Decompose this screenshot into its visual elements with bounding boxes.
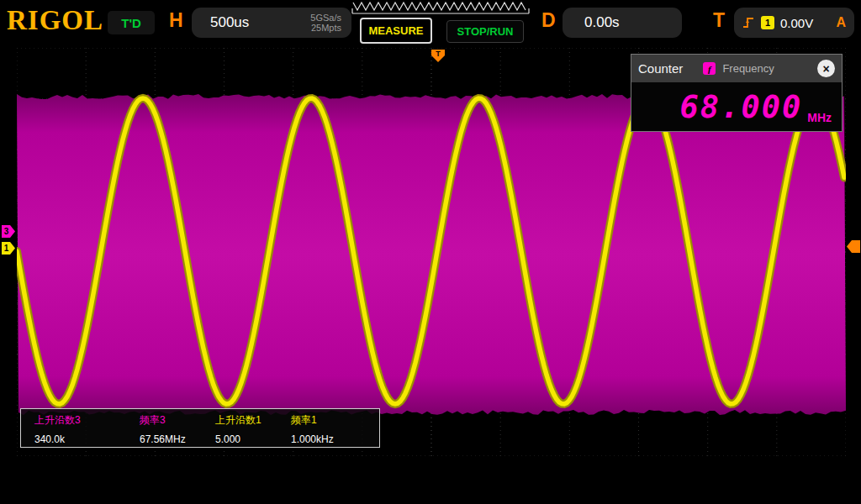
measure-button[interactable]: MEASURE	[360, 18, 432, 44]
counter-readout: 68.000 MHz	[631, 82, 842, 131]
timebase-value: 500us	[210, 14, 249, 31]
delay-box[interactable]: 0.00s	[563, 8, 682, 38]
measurement-label: 频率1	[291, 413, 379, 429]
channel-3-trace	[17, 94, 846, 415]
measurement-label: 上升沿数3	[34, 413, 140, 429]
trigger-box[interactable]: 1 0.00V A	[734, 8, 854, 38]
counter-panel: Counter f Frequency × 68.000 MHz	[631, 54, 843, 132]
horizontal-label: H	[169, 9, 183, 32]
frequency-icon: f	[703, 62, 716, 75]
delay-value: 0.00s	[584, 14, 620, 31]
timebase-box[interactable]: 500us 5GSa/s 25Mpts	[192, 8, 351, 38]
stop-run-button[interactable]: STOP/RUN	[446, 20, 524, 43]
delay-label: D	[541, 9, 556, 32]
memory-waveform-strip	[351, 1, 530, 14]
measurement-value: 67.56MHz	[140, 433, 215, 447]
counter-unit: MHz	[807, 111, 832, 124]
measurement-value: 340.0k	[34, 433, 140, 447]
trigger-position-letter: T	[436, 50, 441, 58]
trigger-slope-icon	[742, 16, 755, 29]
measurement-label: 频率3	[140, 413, 215, 429]
channel-3-marker-label: 3	[4, 227, 9, 236]
trigger-level-marker[interactable]	[846, 240, 861, 253]
rigol-logo: RIGOL	[7, 5, 103, 36]
counter-mode-label: Frequency	[722, 62, 774, 75]
trigger-position-marker[interactable]: T	[430, 49, 446, 63]
measurement-value: 5.000	[215, 433, 291, 447]
memory-depth-value: 25Mpts	[310, 23, 341, 33]
trigger-label: T	[713, 9, 725, 32]
trigger-source-badge: 1	[761, 16, 774, 29]
channel-1-marker-label: 1	[4, 244, 9, 253]
measurement-label: 上升沿数1	[215, 413, 291, 429]
sample-rate-value: 5GSa/s	[310, 13, 341, 23]
measurement-panel: 上升沿数3 频率3 上升沿数1 频率1 340.0k 67.56MHz 5.00…	[20, 408, 380, 448]
trigger-level-value: 0.00V	[780, 16, 813, 30]
trigger-status-badge: T'D	[108, 11, 155, 34]
counter-title: Counter	[638, 61, 683, 76]
close-icon[interactable]: ×	[817, 60, 835, 77]
counter-header: Counter f Frequency ×	[631, 55, 842, 82]
oscilloscope-screen: RIGOL T'D H 500us 5GSa/s 25Mpts MEASURE …	[0, 0, 861, 504]
trigger-sweep-mode: A	[836, 15, 846, 30]
bottom-bar: 1 100mV 0.00V 2 100mV 0.00V 3 100mV +36.…	[0, 458, 861, 504]
counter-value: 68.000	[680, 89, 803, 125]
acquisition-info: 5GSa/s 25Mpts	[310, 13, 351, 33]
measurement-value: 1.000kHz	[291, 433, 379, 447]
top-bar: RIGOL T'D H 500us 5GSa/s 25Mpts MEASURE …	[0, 0, 861, 48]
channel-1-ground-marker[interactable]: 1	[2, 242, 16, 255]
channel-3-ground-marker[interactable]: 3	[2, 225, 16, 238]
